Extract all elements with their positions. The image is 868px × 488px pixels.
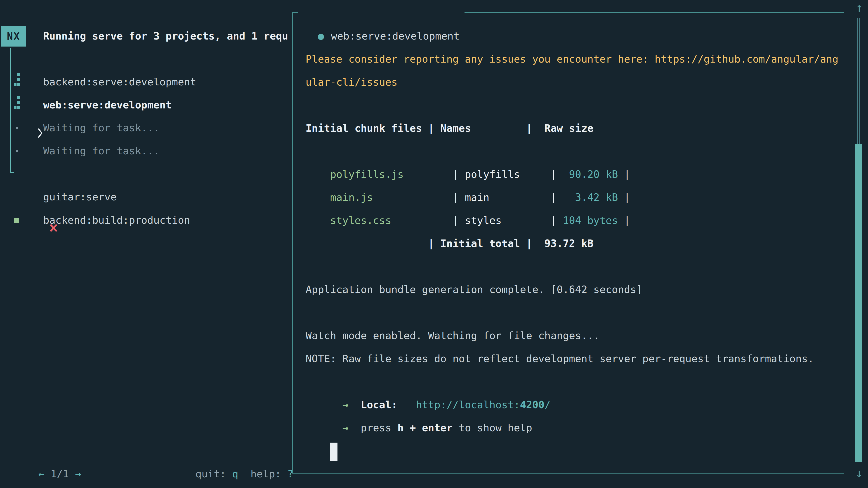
panel-title: web:serve:development	[331, 30, 460, 42]
task-item-waiting-2[interactable]: Waiting for task...	[0, 139, 292, 162]
task-label: backend:build:production	[43, 209, 190, 232]
local-label: Local:	[361, 399, 398, 411]
arrow-icon: →	[330, 422, 361, 434]
task-label: web:serve:development	[43, 94, 172, 117]
note-line: NOTE: Raw file sizes do not reflect deve…	[306, 347, 841, 370]
issue-notice-line-1[interactable]: Please consider reporting any issues you…	[306, 48, 841, 71]
shortcut-spacer	[238, 468, 250, 480]
chunk-name: styles |	[465, 215, 557, 226]
sidebar: NX Running serve for 3 projects, and 1 r…	[0, 0, 292, 488]
chunk-size: 90.20 kB	[557, 168, 618, 180]
chunk-size: 3.42 kB	[557, 191, 618, 203]
column-separator: |	[453, 191, 465, 203]
panel-border-left	[292, 12, 293, 474]
chunk-file-name: polyfills.js	[330, 168, 453, 180]
nx-logo-badge: NX	[1, 26, 26, 46]
scroll-thumb[interactable]	[855, 144, 862, 462]
task-label: Waiting for task...	[43, 116, 160, 139]
pager: ← 1/1 →	[14, 440, 81, 462]
local-server-line: → Local: http://localhost:4200/	[306, 370, 841, 393]
panel-title-dot-icon: ●	[318, 30, 324, 42]
waiting-dot-icon	[16, 150, 18, 152]
column-separator: |	[453, 215, 465, 226]
panel-border-bottom	[292, 473, 844, 474]
help-hint-keys: h + enter	[397, 422, 453, 434]
task-item-guitar-serve[interactable]: guitar:serve	[0, 186, 292, 208]
blank-line	[306, 94, 841, 117]
task-label: backend:serve:development	[43, 70, 196, 94]
task-item-backend-build[interactable]: backend:build:production	[0, 209, 292, 232]
local-gap	[397, 399, 416, 411]
help-shortcut-label: help:	[250, 468, 287, 480]
arrow-icon: →	[330, 399, 361, 411]
blank-line	[306, 255, 841, 278]
column-separator: |	[618, 215, 630, 226]
watch-mode-line: Watch mode enabled. Watching for file ch…	[306, 324, 841, 347]
issue-notice-line-2[interactable]: ular-cli/issues	[306, 71, 841, 94]
local-url-slash[interactable]: /	[545, 399, 551, 411]
pager-prev-icon[interactable]: ←	[38, 468, 44, 480]
terminal-cursor[interactable]	[330, 443, 338, 461]
chunk-name: main |	[465, 191, 557, 203]
bundle-table-header: Initial chunk files | Names | Raw size	[306, 117, 841, 140]
bundle-complete-line: Application bundle generation complete. …	[306, 278, 841, 301]
scroll-up-icon[interactable]: ↑	[852, 1, 866, 14]
chunk-file-name: styles.css	[330, 215, 453, 226]
spinner-icon	[13, 70, 24, 94]
quit-shortcut-label: quit:	[195, 468, 232, 480]
page-indicator: 1/1	[44, 468, 75, 480]
waiting-dot-icon	[16, 127, 18, 129]
panel-title-bar: ●web:serve:development	[306, 2, 460, 25]
task-item-waiting-1[interactable]: Waiting for task...	[0, 116, 292, 139]
scroll-track[interactable]	[857, 18, 860, 144]
task-label: Waiting for task...	[43, 139, 160, 162]
app-title: Running serve for 3 projects, and 1 requ	[43, 25, 292, 48]
column-separator: |	[618, 168, 630, 180]
task-label: guitar:serve	[43, 186, 117, 208]
shortcut-hints: quit: q help: ?	[171, 440, 292, 462]
nx-logo-text: NX	[7, 31, 20, 42]
chunk-name: polyfills |	[465, 168, 557, 180]
task-item-web-serve[interactable]: web:serve:development	[0, 94, 292, 117]
help-hint-suffix: to show help	[453, 422, 532, 434]
table-row: polyfills.js | polyfills | 90.20 kB |	[306, 140, 841, 163]
help-hint-prefix: press	[361, 422, 398, 434]
column-separator: |	[453, 168, 465, 180]
spinner-icon	[13, 94, 24, 117]
initial-total-row: | Initial total | 93.72 kB	[306, 232, 841, 255]
column-separator: |	[618, 191, 630, 203]
quit-key: q	[232, 468, 238, 480]
blank-line	[306, 301, 841, 324]
chunk-size: 104 bytes	[557, 215, 618, 226]
output-panel: Please consider reporting any issues you…	[306, 48, 841, 440]
chunk-file-name: main.js	[330, 191, 453, 203]
panel-border-top	[465, 12, 844, 13]
local-url[interactable]: http://localhost:	[416, 399, 520, 411]
pager-next-icon[interactable]: →	[75, 468, 81, 480]
help-key: ?	[287, 468, 292, 480]
local-url-port[interactable]: 4200	[520, 399, 544, 411]
success-square-icon	[14, 218, 19, 223]
task-item-backend-serve[interactable]: backend:serve:development	[0, 70, 292, 94]
panel-border-top-stub	[292, 12, 298, 13]
scroll-down-icon[interactable]: ↓	[852, 467, 866, 480]
